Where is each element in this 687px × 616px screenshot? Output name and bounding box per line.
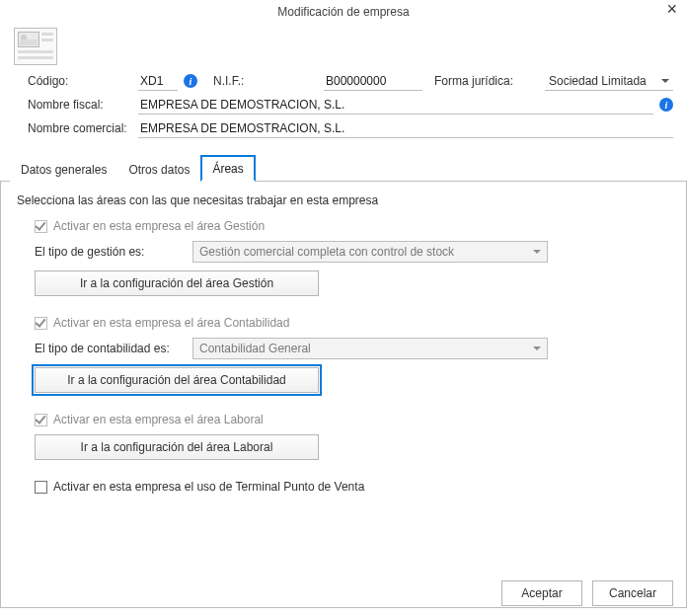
close-icon[interactable]: ×: [666, 0, 677, 18]
gestion-config-button[interactable]: Ir a la configuración del área Gestión: [35, 270, 319, 296]
gestion-tipo-label: El tipo de gestión es:: [35, 245, 192, 259]
company-record-icon: [14, 28, 57, 65]
tab-areas[interactable]: Áreas: [200, 155, 255, 182]
gestion-tipo-select: Gestión comercial completa con control d…: [192, 241, 548, 263]
nombre-comercial-label: Nombre comercial:: [28, 121, 138, 135]
accept-button[interactable]: Aceptar: [501, 580, 582, 606]
forma-juridica-select[interactable]: Sociedad Limitada: [545, 71, 673, 91]
codigo-field[interactable]: [138, 71, 178, 91]
chevron-down-icon: [661, 79, 669, 83]
nombre-fiscal-label: Nombre fiscal:: [28, 98, 138, 112]
title-bar: Modificación de empresa ×: [0, 0, 687, 24]
checkbox-laboral-label: Activar en esta empresa el área Laboral: [53, 413, 264, 426]
contabilidad-config-button[interactable]: Ir a la configuración del área Contabili…: [35, 367, 319, 393]
header-area: [0, 24, 687, 69]
form-header: Código: i N.I.F.: Forma jurídica: Socied…: [0, 69, 687, 148]
contabilidad-tipo-value: Contabilidad General: [199, 342, 311, 355]
window-title: Modificación de empresa: [277, 5, 409, 19]
contabilidad-tipo-label: El tipo de contabilidad es:: [35, 342, 192, 355]
chevron-down-icon: [533, 346, 541, 350]
checkbox-tpv-label: Activar en esta empresa el uso de Termin…: [53, 480, 364, 494]
tab-page-areas: Selecciona las áreas con las que necesit…: [0, 182, 687, 608]
nif-field[interactable]: [324, 71, 422, 91]
contabilidad-tipo-select: Contabilidad General: [192, 338, 548, 359]
checkbox-gestion: [35, 220, 47, 233]
dialog-footer: Aceptar Cancelar: [501, 580, 673, 606]
cancel-button[interactable]: Cancelar: [592, 580, 673, 606]
tab-otros-datos[interactable]: Otros datos: [117, 157, 200, 182]
checkbox-contabilidad: [35, 317, 47, 330]
forma-juridica-value: Sociedad Limitada: [549, 74, 647, 88]
nif-label: N.I.F.:: [213, 74, 324, 88]
laboral-config-button[interactable]: Ir a la configuración del área Laboral: [35, 434, 319, 460]
codigo-label: Código:: [28, 74, 138, 88]
forma-juridica-label: Forma jurídica:: [434, 74, 545, 88]
info-icon[interactable]: i: [184, 74, 197, 88]
tab-datos-generales[interactable]: Datos generales: [10, 157, 117, 182]
info-icon[interactable]: i: [659, 98, 673, 112]
areas-intro: Selecciona las áreas con las que necesit…: [17, 193, 670, 207]
checkbox-gestion-label: Activar en esta empresa el área Gestión: [53, 219, 265, 233]
chevron-down-icon: [533, 250, 541, 254]
gestion-tipo-value: Gestión comercial completa con control d…: [199, 245, 454, 259]
checkbox-laboral: [35, 414, 47, 426]
nombre-fiscal-field[interactable]: [138, 95, 653, 115]
tab-bar: Datos generales Otros datos Áreas: [0, 154, 687, 182]
checkbox-contabilidad-label: Activar en esta empresa el área Contabil…: [53, 316, 289, 330]
nombre-comercial-field[interactable]: [138, 118, 673, 138]
checkbox-tpv[interactable]: [35, 481, 47, 494]
